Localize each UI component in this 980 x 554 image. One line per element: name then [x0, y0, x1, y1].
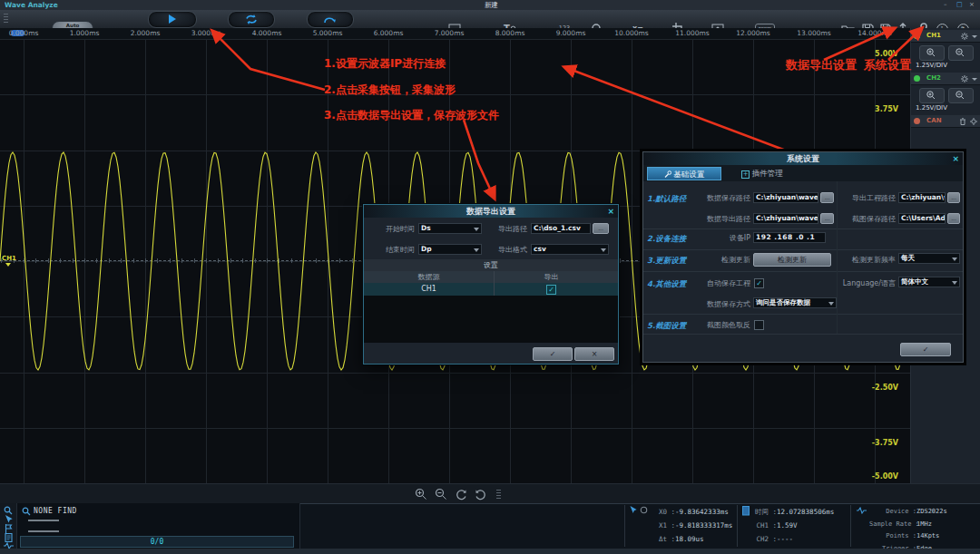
ch1-vertical-zoom-out-button[interactable]	[948, 45, 974, 61]
report-icon[interactable]	[5, 533, 14, 542]
ch1-header[interactable]: CH1	[911, 30, 980, 43]
search-result-counter[interactable]: 0/0	[20, 536, 294, 548]
document-tab[interactable]: 新建	[485, 0, 498, 10]
redo-view-button[interactable]	[475, 488, 487, 501]
time-tick: 4.000ms	[247, 28, 287, 39]
data-export-dialog: 数据导出设置 × 开始时间 Ds 导出路径 C:\dso_1.csv ... 结…	[363, 204, 619, 364]
end-time-select[interactable]: Dp	[418, 244, 482, 255]
horizontal-zoom-out-button[interactable]	[435, 488, 447, 501]
export-checkbox[interactable]: ✓	[546, 285, 556, 295]
browse-button[interactable]: ...	[947, 213, 960, 224]
time-tick: 11.000ms	[672, 28, 712, 39]
ch1-label: CH1	[926, 32, 941, 39]
horizontal-zoom-in-button[interactable]	[415, 488, 427, 501]
export-table-body	[364, 296, 618, 343]
update-frequency-select[interactable]: 每天	[898, 253, 960, 264]
can-label: CAN	[926, 117, 941, 124]
status-separator	[624, 505, 625, 547]
ch1-volts-per-div: 1.25V/DIV	[916, 62, 979, 69]
trash-icon[interactable]	[959, 118, 966, 125]
search-icon[interactable]	[4, 506, 13, 515]
minimize-button[interactable]: –	[944, 0, 947, 10]
ch2-vertical-zoom-in-button[interactable]	[919, 88, 945, 103]
export-table-row[interactable]: CH1 ✓	[364, 283, 618, 296]
toolbar-grip[interactable]	[4, 14, 8, 24]
chevron-down-icon[interactable]	[972, 78, 977, 81]
ch2-vertical-zoom-out-button[interactable]	[948, 88, 974, 103]
ch1-zero-marker[interactable]: CH1	[2, 255, 16, 262]
browse-button[interactable]: ...	[820, 213, 834, 224]
cancel-button[interactable]: ×	[574, 347, 614, 361]
undo-view-button[interactable]	[455, 488, 467, 501]
screenshot-save-path-input[interactable]: C:\Users\Admini	[898, 213, 946, 224]
device-info-panel: DeviceZDS2022s Sample Rate1MHz Points14K…	[869, 504, 947, 554]
ch2-header[interactable]: CH2	[911, 73, 980, 85]
time-tick: 10.000ms	[612, 28, 652, 39]
close-icon[interactable]: ×	[607, 205, 614, 218]
ok-button[interactable]: ✓	[533, 347, 573, 361]
acquire-play-button[interactable]	[148, 11, 197, 28]
ch1-vertical-zoom-in-button[interactable]	[919, 45, 945, 61]
link-icon	[640, 506, 648, 514]
bottom-strip	[0, 549, 980, 554]
can-color-dot	[914, 118, 920, 124]
search-result-placeholder	[28, 520, 59, 521]
check-update-label: 检测更新	[700, 254, 750, 266]
play-icon	[169, 15, 176, 24]
single-acquire-button[interactable]	[307, 11, 354, 28]
voltage-tick: -5.00V	[872, 472, 898, 481]
check-update-button[interactable]: 检测更新	[753, 253, 831, 267]
gear-icon[interactable]	[961, 75, 968, 83]
can-header[interactable]: CAN	[911, 115, 980, 128]
gear-icon[interactable]	[970, 118, 977, 125]
cursor-icon[interactable]	[5, 515, 14, 524]
tab-plugin-manager[interactable]: + 插件管理	[727, 167, 798, 180]
data-save-path-label: 数据保存路径	[700, 192, 750, 204]
device-ip-label: 设备IP	[716, 232, 750, 244]
browse-button[interactable]: ...	[593, 223, 609, 234]
flag-icon[interactable]	[5, 524, 14, 533]
export-table-header: 数据源 导出	[364, 271, 618, 283]
ch2-volts-per-div: 1.25V/DIV	[916, 104, 979, 112]
time-tick: 6.000ms	[368, 28, 408, 39]
time-tick: 13.000ms	[794, 28, 834, 39]
section-other-settings: 4.其他设置	[647, 279, 686, 290]
data-export-path-input[interactable]: C:\zhiyuan\wave	[753, 213, 818, 224]
section-default-paths: 1.默认路径	[647, 194, 686, 205]
repeat-acquire-button[interactable]	[228, 11, 275, 28]
start-time-select[interactable]: Ds	[418, 223, 482, 234]
dialog-title: 系统设置	[643, 152, 963, 165]
panel-drag-handle[interactable]	[496, 490, 501, 499]
export-format-select[interactable]: csv	[531, 244, 609, 255]
browse-button[interactable]: ...	[947, 192, 960, 203]
ch2-color-dot	[914, 75, 920, 82]
update-frequency-label: 检测更新频率	[838, 254, 896, 266]
data-save-mode-select[interactable]: 询问是否保存数据	[753, 297, 837, 308]
time-tick: 9.000ms	[551, 28, 591, 39]
autosave-checkbox[interactable]: ✓	[754, 278, 764, 288]
device-ip-input[interactable]: 192 .168 .0 .1	[753, 232, 826, 243]
app-title: Wave Analyze	[5, 0, 58, 10]
data-save-path-input[interactable]: C:\zhiyuan\wave	[753, 192, 818, 203]
export-path-input[interactable]: C:\dso_1.csv	[531, 223, 591, 234]
settings-section-header: 设置	[364, 259, 618, 271]
project-export-path-input[interactable]: C:\zhiyuan\wave	[898, 192, 946, 203]
maximize-button[interactable]: □	[956, 0, 963, 10]
gear-icon[interactable]	[961, 33, 968, 40]
close-icon[interactable]: ×	[952, 152, 959, 165]
close-button[interactable]: ×	[969, 0, 975, 10]
tab-basic-settings[interactable]: 基础设置	[647, 167, 721, 180]
chevron-down-icon[interactable]	[972, 35, 977, 38]
export-format-label: 导出格式	[489, 244, 527, 256]
invert-color-checkbox[interactable]	[754, 320, 764, 330]
ok-button[interactable]: ✓	[900, 343, 951, 356]
time-tick: 12.000ms	[733, 28, 773, 39]
single-shot-icon	[323, 14, 338, 25]
export-path-label: 导出路径	[489, 223, 527, 235]
ch1-color-dot	[914, 33, 920, 39]
language-select[interactable]: 简体中文	[898, 277, 960, 287]
status-separator	[737, 505, 738, 547]
data-export-path-label: 数据导出路径	[700, 213, 750, 225]
start-time-label: 开始时间	[377, 223, 415, 235]
browse-button[interactable]: ...	[820, 192, 834, 203]
